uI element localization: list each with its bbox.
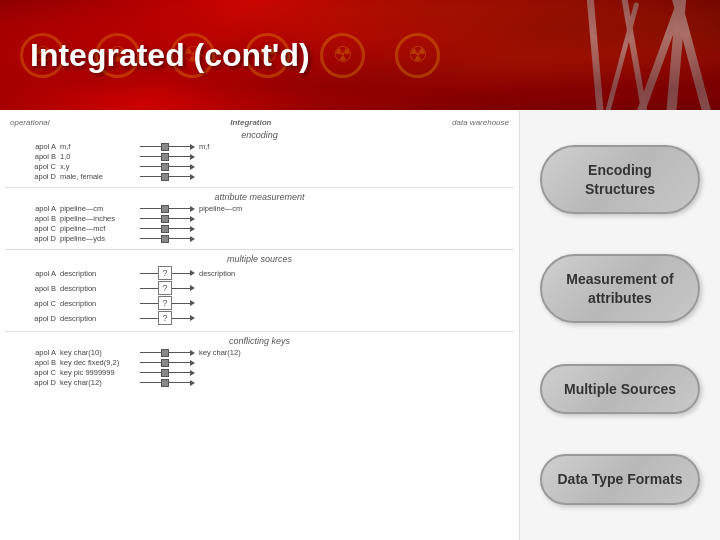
- diagram-header-right: data warehouse: [452, 118, 509, 127]
- conflict-row-1: apol A key char(10) key char(12): [5, 348, 514, 357]
- encoding-row-2: apol B 1,0: [5, 152, 514, 161]
- pill-datatype[interactable]: Data Type Formats: [540, 454, 700, 504]
- encoding-row-4: apol D male, female: [5, 172, 514, 181]
- header: ☢ ☢ ☢ ☢ ☢ ☢ Integrated (cont'd): [0, 0, 720, 110]
- conflict-row-2: apol B key dec fixed(9,2): [5, 358, 514, 367]
- multi-row-1: apol A description ? description: [5, 266, 514, 280]
- section-conflicting-title: conflicting keys: [5, 336, 514, 346]
- attr-row-1: apol A pipeline—cm pipeline—cm: [5, 204, 514, 213]
- attr-row-2: apol B pipeline—inches: [5, 214, 514, 223]
- attr-row-3: apol C pipeline—mcf: [5, 224, 514, 233]
- divider-1: [5, 187, 514, 188]
- attr-row-4: apol D pipeline—yds: [5, 234, 514, 243]
- integration-label: Integration: [230, 118, 271, 127]
- encoding-row-1: apol A m,f m,f: [5, 142, 514, 151]
- section-encoding: encoding apol A m,f m,f apol B 1,0: [5, 130, 514, 181]
- section-attribute-title: attribute measurement: [5, 192, 514, 202]
- pipes-decoration: [440, 0, 720, 110]
- pill-encoding[interactable]: Encoding Structures: [540, 145, 700, 213]
- multi-row-2: apol B description ?: [5, 281, 514, 295]
- diagram-header-left: operational: [10, 118, 50, 127]
- section-encoding-title: encoding: [5, 130, 514, 140]
- conflict-row-3: apol C key pic 9999999: [5, 368, 514, 377]
- section-attribute: attribute measurement apol A pipeline—cm…: [5, 192, 514, 243]
- diagram-area: operational Integration data warehouse e…: [0, 110, 520, 540]
- section-multiple: multiple sources apol A description ? de…: [5, 254, 514, 325]
- encoding-row-3: apol C x,y: [5, 162, 514, 171]
- section-conflicting: conflicting keys apol A key char(10) key…: [5, 336, 514, 387]
- divider-3: [5, 331, 514, 332]
- section-multiple-title: multiple sources: [5, 254, 514, 264]
- pill-multiple[interactable]: Multiple Sources: [540, 364, 700, 414]
- pill-measurement[interactable]: Measurement of attributes: [540, 254, 700, 322]
- hazard-icon-6: ☢: [395, 33, 440, 78]
- divider-2: [5, 249, 514, 250]
- diagram-header: operational Integration data warehouse: [5, 118, 514, 127]
- multi-row-4: apol D description ?: [5, 311, 514, 325]
- multi-row-3: apol C description ?: [5, 296, 514, 310]
- main-content: operational Integration data warehouse e…: [0, 110, 720, 540]
- sidebar: Encoding Structures Measurement of attri…: [520, 110, 720, 540]
- page-title: Integrated (cont'd): [30, 37, 310, 74]
- hazard-icon-5: ☢: [320, 33, 365, 78]
- conflict-row-4: apol D key char(12): [5, 378, 514, 387]
